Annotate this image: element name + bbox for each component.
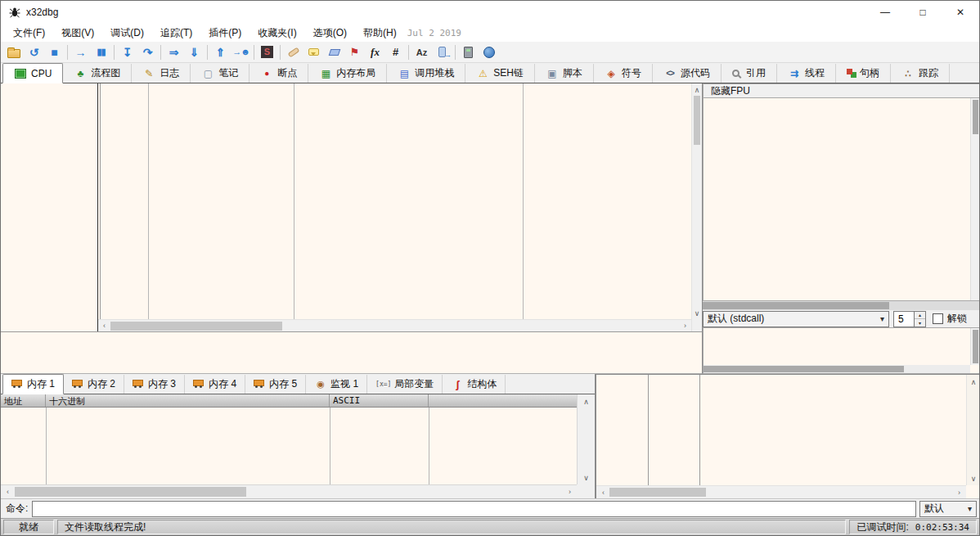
dump-table[interactable]: 地址 十六进制 ASCII <box>1 394 577 484</box>
calculator-button[interactable] <box>458 43 479 62</box>
step-into-source-button[interactable]: ⇓ <box>184 43 205 62</box>
arguments-hscrollbar[interactable] <box>704 365 970 373</box>
stack-panel[interactable]: ∧ ∨ ‹ › <box>596 374 980 498</box>
struct-cane-icon: ʃ <box>451 379 464 390</box>
registers-view[interactable] <box>703 98 980 301</box>
appearance-font-button[interactable]: Az <box>411 43 432 62</box>
step-over-button[interactable]: ↷ <box>137 43 158 62</box>
disassembly-vscrollbar[interactable]: ∧ ∨ <box>691 83 702 331</box>
script-button[interactable]: S <box>257 43 277 62</box>
dump-hscrollbar[interactable]: ‹ › <box>1 484 577 498</box>
tab-dump-3[interactable]: 内存 3 <box>124 375 185 394</box>
command-mode-select[interactable]: 默认 <box>919 501 977 517</box>
run-to-cursor-button[interactable]: ⇒ <box>164 43 184 62</box>
patches-button[interactable] <box>283 43 303 62</box>
tab-call-stack[interactable]: ▤调用堆栈 <box>387 64 465 83</box>
close-button[interactable]: ✕ <box>942 1 979 24</box>
menu-plugins[interactable]: 插件(P) <box>200 25 249 42</box>
fast-run-arrow-icon: ⇒ <box>169 47 179 58</box>
open-file-button[interactable] <box>3 43 24 62</box>
pause-button[interactable]: ▮▮ <box>91 43 111 62</box>
minimize-button[interactable]: — <box>866 1 904 24</box>
menu-debug[interactable]: 调试(D) <box>102 25 152 42</box>
tab-symbols[interactable]: ◈符号 <box>594 64 653 83</box>
labels-button[interactable] <box>324 43 344 62</box>
tab-seh[interactable]: ⚠SEH链 <box>465 64 535 83</box>
title-bar[interactable]: x32dbg — □ ✕ <box>1 1 979 24</box>
run-to-user-code-button[interactable]: →☻ <box>231 43 251 62</box>
trace-record-button[interactable]: # <box>385 43 406 62</box>
stack-vscrollbar[interactable]: ∧ ∨ <box>966 375 980 485</box>
tab-notes[interactable]: ▢笔记 <box>191 64 249 83</box>
hide-fpu-button[interactable]: 隐藏FPU <box>703 83 980 98</box>
menu-favourites[interactable]: 收藏夹(I) <box>249 25 304 42</box>
argument-count-value: 5 <box>894 312 914 327</box>
tab-label: 内存 5 <box>269 377 297 391</box>
registers-hscrollbar[interactable] <box>703 301 980 310</box>
memory-dump-icon <box>133 380 143 386</box>
tab-handles[interactable]: 句柄 <box>836 64 891 83</box>
tab-threads[interactable]: ⇉线程 <box>777 64 836 83</box>
unlock-checkbox[interactable] <box>933 313 943 324</box>
maximize-button[interactable]: □ <box>904 1 942 24</box>
build-date: Jul 2 2019 <box>407 28 461 38</box>
breakpoint-dot-icon: ● <box>260 70 273 78</box>
tab-dump-1[interactable]: 内存 1 <box>2 374 64 394</box>
menu-view[interactable]: 视图(V) <box>53 25 102 42</box>
calling-convention-select[interactable]: 默认 (stdcall) <box>703 311 889 327</box>
close-process-button[interactable]: ■ <box>44 43 65 62</box>
step-into-button[interactable]: ↧ <box>117 43 137 62</box>
column-divider <box>648 375 649 485</box>
stack-hscrollbar[interactable]: ‹ › <box>596 485 966 498</box>
tab-source[interactable]: <>源代码 <box>653 64 722 83</box>
tab-dump-4[interactable]: 内存 4 <box>185 375 245 394</box>
arguments-vscrollbar[interactable] <box>970 328 980 365</box>
disassembly-hscrollbar[interactable]: ‹ › <box>98 319 691 331</box>
toolbar-separator <box>254 45 254 60</box>
tab-log[interactable]: ✎日志 <box>132 64 191 83</box>
tab-watch-1[interactable]: ◉监视 1 <box>306 375 367 394</box>
registers-panel: 隐藏FPU 默认 (stdcall) 5 解锁 <box>703 83 980 374</box>
tab-graph[interactable]: ♣流程图 <box>63 64 132 83</box>
disassembly-view[interactable]: ∧ ∨ ‹ › <box>1 83 703 331</box>
argument-count-spinner[interactable]: 5 <box>893 311 926 327</box>
tab-script[interactable]: ▣脚本 <box>535 64 594 83</box>
spinner-up-icon[interactable] <box>915 312 925 320</box>
info-box[interactable] <box>1 331 703 374</box>
script-page-icon: ▣ <box>546 69 559 79</box>
trace-footprints-icon: ∴ <box>901 69 915 79</box>
functions-button[interactable]: fx <box>365 43 385 62</box>
bookmarks-button[interactable]: ⚑ <box>344 43 365 62</box>
tab-references[interactable]: 引用 <box>722 64 777 83</box>
status-bar: 就绪 文件读取线程完成! 已调试时间: 0:02:53:34 <box>1 518 979 535</box>
memory-dump-icon <box>254 380 264 386</box>
menu-trace[interactable]: 追踪(T) <box>152 25 200 42</box>
arguments-view[interactable] <box>703 327 980 374</box>
dump-tab-bar: 内存 1 内存 2 内存 3 内存 4 内存 5 ◉监视 1 [x=]局部变量 … <box>1 374 595 394</box>
menu-file[interactable]: 文件(F) <box>5 25 53 42</box>
run-button[interactable]: → <box>70 43 91 62</box>
comments-button[interactable] <box>303 43 324 62</box>
tab-dump-2[interactable]: 内存 2 <box>64 375 124 394</box>
language-button[interactable] <box>479 43 499 62</box>
execute-till-return-button[interactable]: ⇑ <box>210 43 231 62</box>
menu-help[interactable]: 帮助(H) <box>355 25 405 42</box>
tab-label: 局部变量 <box>394 377 434 391</box>
command-input[interactable] <box>32 501 916 517</box>
tab-cpu[interactable]: CPU <box>2 63 63 83</box>
tab-locals[interactable]: [x=]局部变量 <box>367 375 443 394</box>
tab-memory-map[interactable]: ▦内存布局 <box>308 64 387 83</box>
registers-vscrollbar[interactable] <box>970 98 980 300</box>
attach-button[interactable] <box>432 43 452 62</box>
tab-dump-5[interactable]: 内存 5 <box>245 375 306 394</box>
tab-breakpoints[interactable]: ●断点 <box>249 64 308 83</box>
tab-trace[interactable]: ∴跟踪 <box>891 64 950 83</box>
pause-icon: ▮▮ <box>97 47 105 56</box>
spinner-down-icon[interactable] <box>915 319 925 327</box>
calculator-icon <box>464 47 473 58</box>
tab-struct[interactable]: ʃ结构体 <box>443 375 506 394</box>
menu-options[interactable]: 选项(O) <box>305 25 355 42</box>
font-az-icon: Az <box>416 47 427 57</box>
dump-vscrollbar[interactable]: ∧ ∨ <box>577 394 595 484</box>
restart-button[interactable]: ↺ <box>24 43 44 62</box>
